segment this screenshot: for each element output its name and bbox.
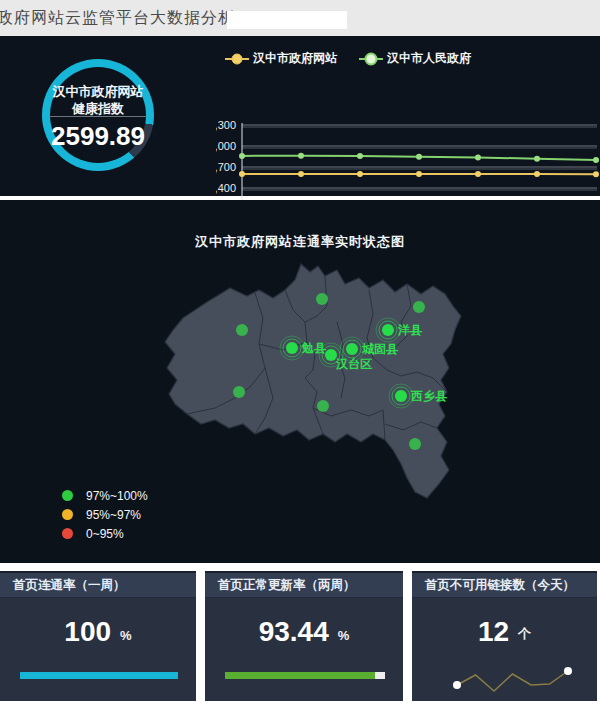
data-point[interactable] [475, 171, 481, 177]
map-marker-洋县[interactable] [382, 324, 394, 336]
map-legend-label: 97%~100% [86, 489, 148, 503]
map-region-outline [165, 264, 461, 498]
map-legend-label: 0~95% [86, 527, 124, 541]
data-point[interactable] [534, 156, 540, 162]
y-axis-tick-label: 2,700 [216, 161, 236, 173]
red-status-dot [62, 528, 73, 539]
update-rate-unit: % [338, 628, 350, 646]
homepage-connectivity-panel: 首页连通率（一周） 100 % [0, 571, 196, 701]
data-point[interactable] [475, 155, 481, 161]
map-marker[interactable] [317, 400, 329, 412]
connectivity-unit: % [120, 628, 132, 646]
map-marker[interactable] [316, 293, 328, 305]
progress-fill-green [225, 672, 375, 679]
data-point[interactable] [534, 171, 540, 177]
legend-label-site1: 汉中市政府网站 [253, 50, 337, 67]
map-marker-label: 汉台区 [335, 357, 372, 371]
health-index-panel: 汉中市政府网站 健康指数 2599.89 汉中市政府网站 汉中市人民政府 3,3… [0, 36, 600, 196]
dashboard-screen: 政府网站云监管平台大数据分析 汉中市政府网站 健康指数 2599.89 汉中市政… [0, 0, 600, 701]
panel-title: 首页正常更新率（两周） [205, 573, 403, 598]
update-rate-value: 93.44 [259, 618, 329, 646]
map-legend-row-yellow: 95%~97% [62, 505, 148, 524]
gauge-divider [49, 116, 147, 117]
connectivity-map-panel: 汉中市政府网站连通率实时状态图 勉县汉台区城固县洋县西乡县 97%~100% 9… [0, 200, 600, 563]
y-axis-tick-label: 3,000 [216, 140, 236, 152]
legend-item-site2[interactable]: 汉中市人民政府 [359, 50, 471, 67]
panel-title: 首页不可用链接数（今天） [412, 573, 597, 598]
homepage-update-rate-panel: 首页正常更新率（两周） 93.44 % [205, 571, 403, 701]
gauge-title-line1: 汉中市政府网站 [42, 83, 154, 101]
map-marker-西乡县[interactable] [395, 390, 407, 402]
map-legend-row-green: 97%~100% [62, 486, 148, 505]
sparkline-path [457, 671, 568, 691]
data-point[interactable] [298, 153, 304, 159]
legend-marker-green [359, 58, 383, 60]
health-index-gauge: 汉中市政府网站 健康指数 2599.89 [42, 59, 154, 171]
sparkline-start-dot [453, 681, 461, 689]
map-legend-label: 95%~97% [86, 508, 141, 522]
legend-marker-yellow [225, 58, 249, 60]
data-point[interactable] [416, 154, 422, 160]
data-point[interactable] [593, 157, 599, 163]
map-marker-label: 西乡县 [410, 389, 447, 403]
legend-item-site1[interactable]: 汉中市政府网站 [225, 50, 337, 67]
map-marker-label: 城固县 [361, 342, 398, 356]
data-point[interactable] [298, 171, 304, 177]
data-point[interactable] [593, 171, 599, 177]
progress-track [225, 672, 385, 679]
map-title: 汉中市政府网站连通率实时状态图 [0, 233, 600, 251]
gauge-value: 2599.89 [42, 121, 154, 152]
map-marker[interactable] [236, 324, 248, 336]
data-point[interactable] [416, 171, 422, 177]
green-status-dot [62, 490, 73, 501]
value-row: 100 % [0, 618, 196, 646]
map-legend-row-red: 0~95% [62, 524, 148, 543]
map-marker[interactable] [413, 301, 425, 313]
trend-chart-legend: 汉中市政府网站 汉中市人民政府 [225, 50, 471, 67]
sparkline-end-dot [564, 667, 572, 675]
value-row: 93.44 % [205, 618, 403, 646]
page-header: 政府网站云监管平台大数据分析 [0, 0, 600, 36]
map-marker[interactable] [233, 386, 245, 398]
map-marker[interactable] [409, 438, 421, 450]
map-marker-label: 洋县 [397, 323, 422, 337]
value-row: 12 个 [412, 618, 597, 646]
header-input[interactable] [227, 11, 347, 29]
progress-track [20, 672, 178, 679]
y-axis-tick-label: 3,300 [216, 119, 236, 131]
progress-fill-cyan [20, 672, 178, 679]
unavailable-links-sparkline [442, 658, 582, 701]
unavailable-links-unit: 个 [518, 625, 531, 646]
hanzhong-map: 勉县汉台区城固县洋县西乡县 [155, 258, 475, 508]
map-marker-城固县[interactable] [346, 343, 358, 355]
data-point[interactable] [357, 171, 363, 177]
yellow-status-dot [62, 509, 73, 520]
panel-body: 12 个 [412, 598, 597, 701]
data-point[interactable] [357, 153, 363, 159]
panel-body: 93.44 % [205, 598, 403, 701]
page-title: 政府网站云监管平台大数据分析 [0, 8, 235, 29]
map-legend: 97%~100% 95%~97% 0~95% [62, 486, 148, 543]
data-point[interactable] [239, 153, 245, 159]
connectivity-value: 100 [64, 618, 111, 646]
data-point[interactable] [239, 171, 245, 177]
y-axis-tick-label: 2,400 [216, 182, 236, 194]
panel-body: 100 % [0, 598, 196, 701]
map-marker-勉县[interactable] [286, 342, 298, 354]
panel-title: 首页连通率（一周） [0, 573, 196, 598]
unavailable-links-panel: 首页不可用链接数（今天） 12 个 [412, 571, 597, 701]
unavailable-links-value: 12 [478, 618, 509, 646]
legend-label-site2: 汉中市人民政府 [387, 50, 471, 67]
